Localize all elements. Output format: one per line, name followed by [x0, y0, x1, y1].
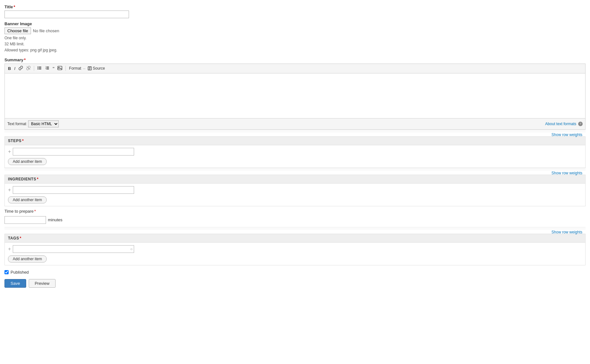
source-button[interactable]: Source — [86, 65, 106, 71]
ingredients-show-row-weights-link[interactable]: Show row weights — [551, 171, 582, 175]
italic-button[interactable]: I — [13, 65, 17, 72]
tags-show-row-weights-link[interactable]: Show row weights — [551, 230, 582, 234]
toolbar-sep-1 — [34, 66, 34, 71]
tags-row-weights-bar: Show row weights — [4, 227, 586, 230]
tags-drag-handle-1[interactable]: + — [8, 246, 11, 252]
ol-button[interactable]: 123 — [44, 65, 51, 72]
file-input-row: Choose file No file chosen — [4, 27, 586, 34]
steps-header: STEPS* — [5, 137, 585, 145]
svg-rect-1 — [39, 66, 41, 67]
ingredients-section: INGREDIENTS* + Add another item — [4, 175, 586, 206]
tags-body: + ○ Add another item — [5, 243, 585, 265]
ingredients-required: * — [37, 177, 39, 181]
svg-point-4 — [37, 66, 38, 67]
ingredients-row-1: + — [8, 186, 582, 194]
title-input[interactable] — [4, 11, 129, 18]
ingredients-header: INGREDIENTS* — [5, 175, 585, 184]
summary-required: * — [24, 57, 26, 62]
tags-header: TAGS* — [5, 234, 585, 243]
about-text-formats-link[interactable]: About text formats ? — [545, 122, 583, 126]
summary-label: Summary* — [4, 57, 586, 62]
svg-rect-7 — [46, 66, 49, 67]
time-label: Time to prepare* — [4, 209, 36, 214]
text-format-bar: Text format Basic HTML Full HTML Plain t… — [5, 118, 585, 129]
svg-point-6 — [37, 69, 38, 70]
svg-line-0 — [27, 66, 30, 70]
steps-section: STEPS* + Add another item — [4, 136, 586, 168]
format-button[interactable]: Format — [68, 65, 82, 71]
ingredients-body: + Add another item — [5, 184, 585, 206]
svg-text:3: 3 — [45, 68, 46, 70]
steps-body: + Add another item — [5, 145, 585, 168]
steps-input-1[interactable] — [13, 148, 134, 155]
svg-point-5 — [37, 67, 38, 68]
steps-drag-handle-1[interactable]: + — [8, 149, 11, 155]
steps-required: * — [22, 139, 24, 143]
svg-rect-3 — [39, 69, 41, 69]
title-required: * — [14, 4, 15, 9]
bold-button[interactable]: B — [7, 65, 12, 72]
text-format-left: Text format Basic HTML Full HTML Plain t… — [7, 120, 59, 127]
toolbar-sep-2 — [65, 66, 66, 71]
steps-row-weights-bar: Show row weights — [4, 130, 586, 133]
time-input-row: minutes — [4, 216, 586, 224]
choose-file-button[interactable]: Choose file — [4, 27, 31, 34]
steps-show-row-weights-link[interactable]: Show row weights — [551, 133, 582, 137]
time-required: * — [34, 209, 36, 214]
blockquote-button[interactable]: " — [51, 65, 56, 72]
action-buttons: Save Preview — [4, 279, 586, 288]
text-format-select[interactable]: Basic HTML Full HTML Plain text — [28, 120, 59, 127]
no-file-text: No file chosen — [33, 28, 59, 33]
tags-autocomplete-wrapper: ○ — [13, 245, 134, 253]
help-icon: ? — [578, 122, 583, 126]
ingredients-row-weights-bar: Show row weights — [4, 168, 586, 171]
published-checkbox[interactable] — [4, 270, 9, 274]
svg-rect-8 — [46, 68, 49, 68]
svg-rect-9 — [46, 69, 49, 69]
tags-row-1: + ○ — [8, 245, 582, 253]
summary-editor: B I 123 " Format – Source Text format — [4, 64, 586, 130]
tags-add-another-button[interactable]: Add another item — [8, 255, 47, 262]
time-input[interactable] — [4, 216, 46, 224]
toolbar-dash: – — [83, 66, 85, 71]
banner-label: Banner Image — [4, 21, 586, 26]
tags-section: TAGS* + ○ Add another item — [4, 234, 586, 265]
steps-add-another-button[interactable]: Add another item — [8, 158, 47, 165]
steps-row-1: + — [8, 148, 582, 155]
preview-button[interactable]: Preview — [29, 279, 56, 288]
file-hint: One file only. 32 MB limit. Allowed type… — [4, 35, 586, 54]
ingredients-input-1[interactable] — [13, 186, 134, 194]
svg-rect-2 — [39, 68, 41, 68]
link-button[interactable] — [17, 65, 24, 72]
published-row: Published — [4, 270, 586, 275]
save-button[interactable]: Save — [4, 279, 26, 288]
tags-input-1[interactable] — [13, 245, 134, 253]
editor-toolbar: B I 123 " Format – Source — [5, 64, 585, 73]
image-button[interactable] — [56, 65, 64, 72]
published-label: Published — [11, 270, 29, 275]
title-label: Title* — [4, 4, 586, 9]
minutes-label: minutes — [48, 217, 63, 222]
summary-editor-body[interactable] — [5, 73, 585, 118]
tags-required: * — [20, 236, 21, 240]
ingredients-drag-handle-1[interactable]: + — [8, 187, 11, 193]
unlink-button[interactable] — [25, 65, 32, 72]
text-format-label: Text format — [7, 122, 26, 126]
ingredients-add-another-button[interactable]: Add another item — [8, 196, 47, 203]
time-prepare-row: Time to prepare* — [4, 209, 586, 214]
ul-button[interactable] — [36, 65, 43, 72]
